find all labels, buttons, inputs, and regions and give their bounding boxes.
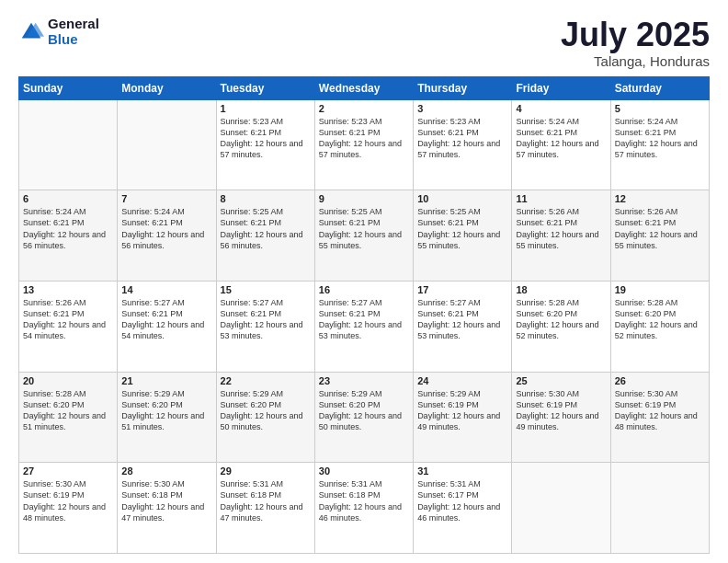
table-row: 3Sunrise: 5:23 AMSunset: 6:21 PMDaylight…: [414, 99, 512, 190]
day-number: 8: [221, 193, 311, 204]
header-thursday: Thursday: [414, 76, 512, 99]
table-row: 8Sunrise: 5:25 AMSunset: 6:21 PMDaylight…: [216, 190, 314, 282]
day-info: Sunrise: 5:30 AMSunset: 6:19 PMDaylight:…: [23, 478, 113, 523]
day-number: 27: [23, 465, 113, 477]
logo-general-text: General: [48, 17, 99, 32]
table-row: 5Sunrise: 5:24 AMSunset: 6:21 PMDaylight…: [610, 99, 709, 190]
calendar-week-row: 20Sunrise: 5:28 AMSunset: 6:20 PMDayligh…: [19, 372, 710, 463]
day-number: 18: [516, 284, 606, 295]
day-info: Sunrise: 5:24 AMSunset: 6:21 PMDaylight:…: [615, 116, 705, 161]
day-number: 17: [417, 284, 507, 295]
day-number: 28: [121, 465, 211, 477]
day-info: Sunrise: 5:31 AMSunset: 6:18 PMDaylight:…: [319, 478, 409, 523]
header-sunday: Sunday: [19, 76, 118, 99]
table-row: 1Sunrise: 5:23 AMSunset: 6:21 PMDaylight…: [216, 99, 314, 190]
day-info: Sunrise: 5:25 AMSunset: 6:21 PMDaylight:…: [319, 206, 409, 251]
header: General Blue July 2025 Talanga, Honduras: [18, 17, 710, 69]
table-row: 10Sunrise: 5:25 AMSunset: 6:21 PMDayligh…: [414, 190, 512, 282]
table-row: 27Sunrise: 5:30 AMSunset: 6:19 PMDayligh…: [19, 463, 118, 554]
table-row: 26Sunrise: 5:30 AMSunset: 6:19 PMDayligh…: [610, 372, 709, 463]
header-monday: Monday: [118, 76, 216, 99]
table-row: 12Sunrise: 5:26 AMSunset: 6:21 PMDayligh…: [610, 190, 709, 282]
day-number: 14: [121, 284, 211, 295]
logo-text: General Blue: [48, 17, 99, 47]
day-info: Sunrise: 5:25 AMSunset: 6:21 PMDaylight:…: [221, 206, 311, 251]
calendar-week-row: 13Sunrise: 5:26 AMSunset: 6:21 PMDayligh…: [19, 281, 710, 372]
table-row: 19Sunrise: 5:28 AMSunset: 6:20 PMDayligh…: [610, 281, 709, 372]
day-number: 12: [615, 193, 705, 204]
table-row: 15Sunrise: 5:27 AMSunset: 6:21 PMDayligh…: [216, 281, 314, 372]
logo-icon: [18, 19, 44, 45]
day-info: Sunrise: 5:26 AMSunset: 6:21 PMDaylight:…: [615, 206, 705, 251]
table-row: 18Sunrise: 5:28 AMSunset: 6:20 PMDayligh…: [512, 281, 610, 372]
month-title: July 2025: [561, 17, 710, 53]
table-row: 23Sunrise: 5:29 AMSunset: 6:20 PMDayligh…: [314, 372, 413, 463]
day-info: Sunrise: 5:28 AMSunset: 6:20 PMDaylight:…: [615, 297, 705, 342]
table-row: 28Sunrise: 5:30 AMSunset: 6:18 PMDayligh…: [118, 463, 216, 554]
day-info: Sunrise: 5:23 AMSunset: 6:21 PMDaylight:…: [319, 116, 409, 161]
day-number: 6: [23, 193, 113, 204]
table-row: [512, 463, 610, 554]
table-row: 14Sunrise: 5:27 AMSunset: 6:21 PMDayligh…: [118, 281, 216, 372]
table-row: 7Sunrise: 5:24 AMSunset: 6:21 PMDaylight…: [118, 190, 216, 282]
day-number: 15: [221, 284, 311, 295]
day-number: 11: [516, 193, 606, 204]
header-wednesday: Wednesday: [314, 76, 413, 99]
day-info: Sunrise: 5:24 AMSunset: 6:21 PMDaylight:…: [516, 116, 606, 161]
day-number: 9: [319, 193, 409, 204]
day-info: Sunrise: 5:24 AMSunset: 6:21 PMDaylight:…: [121, 206, 211, 251]
day-info: Sunrise: 5:26 AMSunset: 6:21 PMDaylight:…: [516, 206, 606, 251]
location: Talanga, Honduras: [561, 53, 710, 69]
table-row: 24Sunrise: 5:29 AMSunset: 6:19 PMDayligh…: [414, 372, 512, 463]
day-number: 1: [221, 103, 311, 114]
day-number: 31: [417, 465, 507, 477]
table-row: 13Sunrise: 5:26 AMSunset: 6:21 PMDayligh…: [19, 281, 118, 372]
day-info: Sunrise: 5:27 AMSunset: 6:21 PMDaylight:…: [221, 297, 311, 342]
day-number: 13: [23, 284, 113, 295]
day-info: Sunrise: 5:28 AMSunset: 6:20 PMDaylight:…: [516, 297, 606, 342]
day-info: Sunrise: 5:30 AMSunset: 6:19 PMDaylight:…: [615, 388, 705, 433]
table-row: 30Sunrise: 5:31 AMSunset: 6:18 PMDayligh…: [314, 463, 413, 554]
day-info: Sunrise: 5:27 AMSunset: 6:21 PMDaylight:…: [121, 297, 211, 342]
day-number: 29: [221, 465, 311, 477]
day-number: 23: [319, 375, 409, 386]
day-number: 4: [516, 103, 606, 114]
day-number: 10: [417, 193, 507, 204]
day-info: Sunrise: 5:28 AMSunset: 6:20 PMDaylight:…: [23, 388, 113, 433]
calendar-week-row: 27Sunrise: 5:30 AMSunset: 6:19 PMDayligh…: [19, 463, 710, 554]
day-number: 7: [121, 193, 211, 204]
calendar-table: Sunday Monday Tuesday Wednesday Thursday…: [18, 76, 710, 554]
calendar-week-row: 6Sunrise: 5:24 AMSunset: 6:21 PMDaylight…: [19, 190, 710, 282]
table-row: 25Sunrise: 5:30 AMSunset: 6:19 PMDayligh…: [512, 372, 610, 463]
day-number: 5: [615, 103, 705, 114]
day-info: Sunrise: 5:30 AMSunset: 6:18 PMDaylight:…: [121, 478, 211, 523]
page: General Blue July 2025 Talanga, Honduras…: [0, 0, 728, 563]
table-row: 4Sunrise: 5:24 AMSunset: 6:21 PMDaylight…: [512, 99, 610, 190]
table-row: 17Sunrise: 5:27 AMSunset: 6:21 PMDayligh…: [414, 281, 512, 372]
day-info: Sunrise: 5:30 AMSunset: 6:19 PMDaylight:…: [516, 388, 606, 433]
calendar-week-row: 1Sunrise: 5:23 AMSunset: 6:21 PMDaylight…: [19, 99, 710, 190]
day-number: 22: [221, 375, 311, 386]
table-row: [19, 99, 118, 190]
day-number: 26: [615, 375, 705, 386]
day-info: Sunrise: 5:23 AMSunset: 6:21 PMDaylight:…: [417, 116, 507, 161]
day-number: 3: [417, 103, 507, 114]
day-number: 30: [319, 465, 409, 477]
day-number: 21: [121, 375, 211, 386]
day-info: Sunrise: 5:29 AMSunset: 6:20 PMDaylight:…: [221, 388, 311, 433]
header-friday: Friday: [512, 76, 610, 99]
day-info: Sunrise: 5:23 AMSunset: 6:21 PMDaylight:…: [221, 116, 311, 161]
day-info: Sunrise: 5:24 AMSunset: 6:21 PMDaylight:…: [23, 206, 113, 251]
day-info: Sunrise: 5:27 AMSunset: 6:21 PMDaylight:…: [319, 297, 409, 342]
table-row: 11Sunrise: 5:26 AMSunset: 6:21 PMDayligh…: [512, 190, 610, 282]
logo-blue-text: Blue: [48, 32, 99, 48]
logo: General Blue: [18, 17, 99, 47]
table-row: 21Sunrise: 5:29 AMSunset: 6:20 PMDayligh…: [118, 372, 216, 463]
title-area: July 2025 Talanga, Honduras: [561, 17, 710, 69]
day-number: 19: [615, 284, 705, 295]
day-info: Sunrise: 5:27 AMSunset: 6:21 PMDaylight:…: [417, 297, 507, 342]
table-row: 22Sunrise: 5:29 AMSunset: 6:20 PMDayligh…: [216, 372, 314, 463]
calendar-header-row: Sunday Monday Tuesday Wednesday Thursday…: [19, 76, 710, 99]
table-row: [118, 99, 216, 190]
day-info: Sunrise: 5:25 AMSunset: 6:21 PMDaylight:…: [417, 206, 507, 251]
